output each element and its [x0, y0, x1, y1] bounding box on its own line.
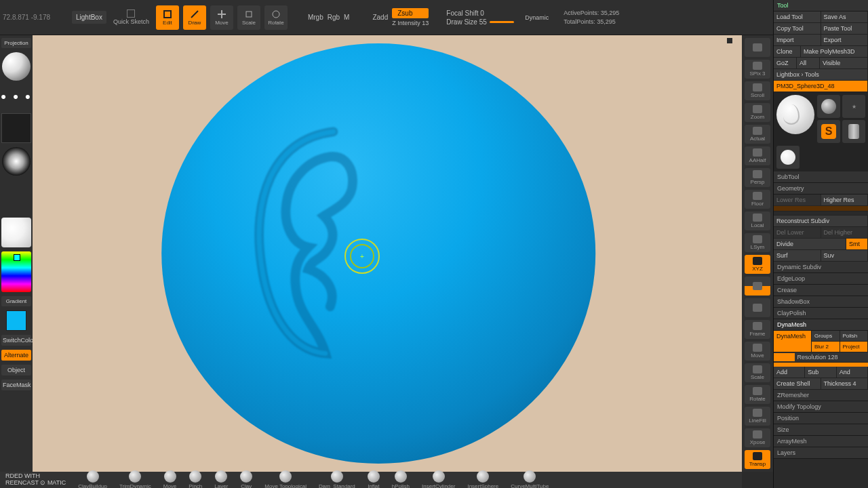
brush-clay[interactable]: Clay — [240, 470, 252, 488]
dynamic-toggle[interactable]: Dynamic — [525, 14, 549, 21]
texture-slot[interactable] — [1, 113, 31, 143]
crease-header[interactable]: Crease — [774, 285, 868, 296]
brush-trimdynamic[interactable]: TrimDynamic — [119, 470, 151, 488]
goz-visible-button[interactable]: Visible — [820, 58, 868, 69]
m-toggle[interactable]: M — [344, 14, 349, 21]
saveas-button[interactable]: Save As — [821, 12, 869, 23]
shadowbox-header[interactable]: ShadowBox — [774, 296, 868, 308]
modify-topology-header[interactable]: Modify Topology — [774, 401, 868, 413]
subtool-header[interactable]: SubTool — [774, 171, 868, 183]
scale-mode-button[interactable]: Scale — [237, 5, 260, 30]
brush-layer[interactable]: Layer — [214, 470, 228, 488]
dynamesh-groups-toggle[interactable]: Groups — [812, 331, 840, 342]
brush-move[interactable]: Move — [163, 470, 177, 488]
nav-blank-icon[interactable] — [745, 38, 770, 57]
lower-res-button[interactable]: Lower Res — [774, 195, 821, 206]
tool-thumb-pm3dsphere[interactable] — [776, 146, 800, 169]
draw-mode-button[interactable]: Draw — [183, 5, 206, 30]
paste-tool-button[interactable]: Paste Tool — [821, 23, 869, 35]
tool-thumb-cylinder[interactable] — [842, 120, 865, 143]
nav-xyz[interactable]: XYZ — [745, 255, 770, 274]
tool-thumb-sphere[interactable] — [817, 95, 840, 118]
nav-linefill[interactable]: LineFill — [745, 407, 770, 426]
rotate-mode-button[interactable]: Rotate — [264, 5, 288, 30]
nav-transp[interactable]: Transp — [745, 450, 770, 469]
viewport[interactable]: + — [33, 35, 742, 472]
goz-all-button[interactable]: All — [797, 58, 820, 69]
thickness-slider[interactable]: Thickness 4 — [821, 378, 869, 390]
import-button[interactable]: Import — [774, 35, 821, 46]
dynamesh-polish-toggle[interactable]: Polish — [840, 331, 869, 342]
brush-claybuildup[interactable]: ClayBuildup — [78, 470, 107, 488]
nav-aahalf[interactable]: AAHalf — [745, 146, 770, 165]
nav-zoom[interactable]: Zoom — [745, 103, 770, 122]
dynamesh-blur-slider[interactable]: Blur 2 — [812, 342, 840, 352]
object-button[interactable]: Object — [1, 365, 31, 375]
goz-button[interactable]: GoZ — [774, 58, 797, 69]
divide-button[interactable]: Divide — [774, 239, 846, 250]
nav-spix[interactable]: SPix 3 — [745, 60, 770, 79]
tool-header[interactable]: Tool — [774, 0, 868, 12]
brush-pinch[interactable]: Pinch — [189, 470, 202, 488]
nav-move[interactable]: Move — [745, 342, 770, 361]
brush-insertcyl[interactable]: InsertCylinder — [422, 470, 455, 488]
brush-movetopo[interactable]: Move Topological — [264, 470, 307, 488]
nav-actual[interactable]: Actual — [745, 125, 770, 144]
smt-toggle[interactable]: Smt — [846, 239, 868, 250]
switchcolor-button[interactable]: SwitchColor — [1, 335, 31, 346]
dynamesh-header[interactable]: DynaMesh — [774, 319, 868, 331]
nav-persp[interactable]: Persp — [745, 168, 770, 187]
tool-thumb-polymesh[interactable]: ★ — [842, 95, 865, 118]
edit-mode-button[interactable]: Edit — [156, 5, 179, 30]
dynamic-subdiv-header[interactable]: Dynamic Subdiv — [774, 262, 868, 273]
geometry-header[interactable]: Geometry — [774, 183, 868, 195]
brush-curvemultitube[interactable]: CurveMultiTube — [511, 470, 549, 488]
load-tool-button[interactable]: Load Tool — [774, 12, 821, 23]
higher-res-button[interactable]: Higher Res — [821, 195, 869, 206]
gradient-button[interactable]: Gradient — [1, 296, 31, 306]
move-mode-button[interactable]: Move — [210, 5, 233, 30]
nav-lsym[interactable]: LSym — [745, 233, 770, 252]
facemask-button[interactable]: FaceMask — [1, 380, 31, 390]
create-shell-button[interactable]: Create Shell — [774, 378, 821, 390]
brush-hpolish[interactable]: hPolish — [392, 470, 410, 488]
del-lower-button[interactable]: Del Lower — [774, 227, 821, 239]
export-button[interactable]: Export — [821, 35, 869, 46]
draw-size-track[interactable] — [490, 21, 514, 23]
tool-preview-current[interactable] — [776, 95, 814, 134]
arraymesh-header[interactable]: ArrayMesh — [774, 436, 868, 447]
tool-name-field[interactable]: PM3D_Sphere3D_48 — [774, 81, 868, 92]
nav-scale[interactable]: Scale — [745, 363, 770, 382]
reconstruct-button[interactable]: Reconstruct Subdiv — [774, 216, 868, 227]
claypolish-header[interactable]: ClayPolish — [774, 308, 868, 319]
nav-rotate[interactable]: Rotate — [745, 385, 770, 404]
tool-thumb-simplebrush[interactable]: S — [817, 120, 840, 143]
focal-shift-slider[interactable]: Focal Shift 0 — [446, 9, 521, 17]
edgeloop-header[interactable]: EdgeLoop — [774, 273, 868, 285]
dynamesh-and-button[interactable]: And — [837, 367, 868, 378]
nav-xpose[interactable]: Xpose — [745, 428, 770, 447]
dynamesh-button[interactable]: DynaMesh — [774, 331, 812, 352]
zremesher-header[interactable]: ZRemesher — [774, 390, 868, 401]
nav-solo-icon[interactable] — [745, 298, 770, 317]
brush-inflat[interactable]: Inflat — [368, 470, 380, 488]
main-color-swatch[interactable] — [6, 310, 26, 331]
stroke-dots-icon[interactable]: • • • — [1, 85, 31, 109]
alpha-thumbnail[interactable] — [2, 147, 31, 176]
projection-button[interactable]: Projection — [1, 38, 31, 48]
size-header[interactable]: Size — [774, 424, 868, 436]
mrgb-toggle[interactable]: Mrgb — [308, 14, 323, 21]
rgb-toggle[interactable]: Rgb — [328, 14, 340, 21]
close-doc-icon[interactable] — [727, 38, 732, 43]
make-polymesh-button[interactable]: Make PolyMesh3D — [801, 46, 868, 58]
lightbox-tools-button[interactable]: Lightbox › Tools — [774, 69, 868, 81]
sdiv-slider[interactable] — [774, 206, 868, 211]
material-thumbnail[interactable] — [1, 218, 31, 247]
z-intensity-slider[interactable]: Z Intensity 13 — [392, 20, 429, 26]
brush-damstandard[interactable]: Dam_Standard — [319, 470, 355, 488]
color-picker[interactable] — [1, 251, 31, 292]
brush-insertsphere[interactable]: InsertSphere — [467, 470, 498, 488]
zsub-toggle[interactable]: Zsub — [392, 8, 429, 18]
nav-floor[interactable]: Floor — [745, 190, 770, 209]
quicksketch-toggle[interactable]: Quick Sketch — [111, 8, 152, 26]
